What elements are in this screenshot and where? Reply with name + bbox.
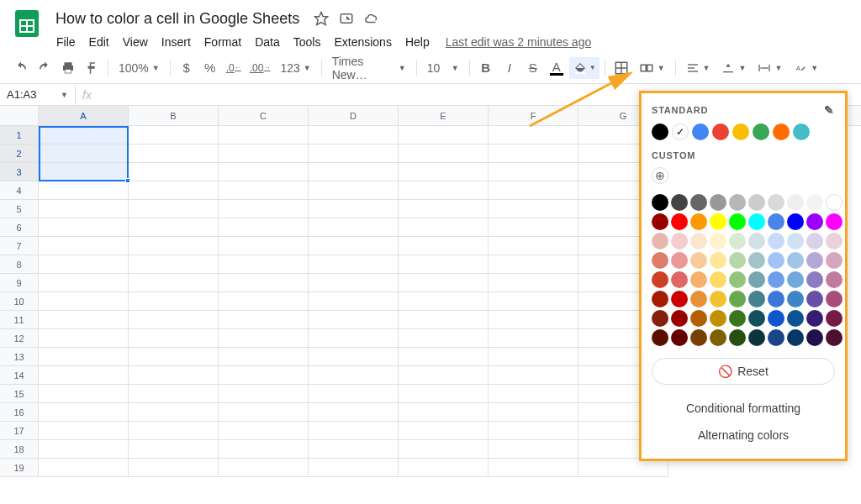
color-swatch[interactable] — [710, 329, 726, 346]
cell[interactable] — [489, 329, 578, 348]
color-swatch[interactable] — [690, 291, 707, 307]
cell[interactable] — [489, 200, 578, 218]
cell[interactable] — [399, 218, 489, 237]
row-header[interactable]: 12 — [0, 329, 39, 348]
row-header[interactable]: 14 — [0, 366, 39, 385]
color-swatch[interactable] — [748, 252, 765, 269]
cloud-icon[interactable] — [363, 10, 380, 27]
cell[interactable] — [39, 237, 129, 255]
color-swatch[interactable] — [652, 291, 668, 307]
edit-icon[interactable]: ✎ — [824, 103, 835, 117]
cell[interactable] — [489, 218, 578, 237]
color-swatch[interactable] — [787, 194, 804, 211]
cell[interactable] — [489, 459, 578, 477]
color-swatch[interactable] — [748, 233, 765, 249]
cell[interactable] — [39, 163, 129, 181]
strikethrough-button[interactable]: S — [522, 57, 544, 79]
currency-button[interactable]: $ — [176, 57, 198, 79]
color-swatch[interactable] — [793, 123, 810, 140]
color-swatch[interactable] — [768, 213, 784, 230]
redo-button[interactable] — [34, 57, 55, 79]
cell[interactable] — [399, 144, 489, 163]
color-swatch[interactable] — [690, 213, 707, 230]
row-header[interactable]: 11 — [0, 311, 39, 329]
selection-handle[interactable] — [125, 178, 130, 183]
cell[interactable] — [129, 292, 219, 311]
color-swatch[interactable] — [748, 310, 765, 327]
cell[interactable] — [219, 459, 309, 477]
cell[interactable] — [309, 144, 399, 163]
cell[interactable] — [489, 237, 578, 255]
color-swatch[interactable] — [671, 329, 688, 346]
cell[interactable] — [489, 440, 578, 459]
color-swatch[interactable] — [806, 310, 823, 327]
color-swatch[interactable] — [671, 271, 688, 288]
cell[interactable] — [39, 385, 129, 403]
cell[interactable] — [219, 144, 309, 163]
menu-file[interactable]: File — [50, 32, 82, 52]
row-header[interactable]: 4 — [0, 181, 39, 200]
cell[interactable] — [39, 144, 129, 163]
cell[interactable] — [219, 329, 309, 348]
cell[interactable] — [489, 274, 578, 292]
cell[interactable] — [129, 348, 219, 366]
color-swatch[interactable] — [690, 329, 707, 346]
cell[interactable] — [309, 126, 399, 144]
cell[interactable] — [219, 311, 309, 329]
cell[interactable] — [129, 311, 219, 329]
increase-decimal-button[interactable]: .00→ — [246, 57, 274, 79]
cell[interactable] — [399, 311, 489, 329]
cell[interactable] — [489, 292, 578, 311]
star-icon[interactable] — [313, 10, 330, 27]
document-title[interactable]: How to color a cell in Google Sheets — [50, 8, 304, 29]
cell[interactable] — [129, 126, 219, 144]
cell[interactable] — [489, 366, 578, 385]
cell[interactable] — [489, 126, 578, 144]
cell[interactable] — [219, 422, 309, 440]
cell[interactable] — [219, 126, 309, 144]
cell[interactable] — [39, 218, 129, 237]
cell[interactable] — [399, 200, 489, 218]
cell[interactable] — [309, 311, 399, 329]
cell[interactable] — [219, 385, 309, 403]
cell[interactable] — [578, 459, 668, 477]
color-swatch[interactable] — [787, 271, 804, 288]
row-header[interactable]: 7 — [0, 237, 39, 255]
row-header[interactable]: 13 — [0, 348, 39, 366]
menu-help[interactable]: Help — [399, 32, 436, 52]
h-align-dropdown[interactable]: ▼ — [681, 57, 716, 79]
color-swatch[interactable] — [710, 291, 726, 307]
sheets-logo[interactable] — [10, 7, 44, 40]
color-swatch[interactable] — [729, 310, 746, 327]
percent-button[interactable]: % — [199, 57, 221, 79]
color-swatch[interactable] — [826, 310, 843, 327]
color-swatch[interactable] — [748, 213, 765, 230]
cell[interactable] — [39, 255, 129, 274]
cell[interactable] — [309, 274, 399, 292]
cell[interactable] — [309, 440, 399, 459]
color-swatch[interactable] — [787, 291, 804, 307]
color-swatch[interactable] — [652, 213, 668, 230]
row-header[interactable]: 18 — [0, 440, 39, 459]
row-header[interactable]: 17 — [0, 422, 39, 440]
cell[interactable] — [219, 200, 309, 218]
cell[interactable] — [399, 329, 489, 348]
row-header[interactable]: 19 — [0, 459, 39, 477]
column-header[interactable]: B — [129, 106, 219, 125]
row-header[interactable]: 8 — [0, 255, 39, 274]
cell[interactable] — [399, 440, 489, 459]
color-swatch[interactable] — [826, 329, 843, 346]
color-swatch[interactable] — [826, 213, 843, 230]
merge-dropdown[interactable]: ▼ — [634, 57, 670, 79]
row-header[interactable]: 2 — [0, 144, 39, 163]
color-swatch[interactable] — [690, 310, 707, 327]
cell[interactable] — [399, 385, 489, 403]
decrease-decimal-button[interactable]: .0← — [223, 57, 245, 79]
cell[interactable] — [399, 274, 489, 292]
cell[interactable] — [309, 200, 399, 218]
conditional-formatting-link[interactable]: Conditional formatting — [652, 395, 835, 422]
color-swatch[interactable] — [806, 252, 823, 269]
cell[interactable] — [39, 422, 129, 440]
cell[interactable] — [309, 385, 399, 403]
cell[interactable] — [39, 366, 129, 385]
